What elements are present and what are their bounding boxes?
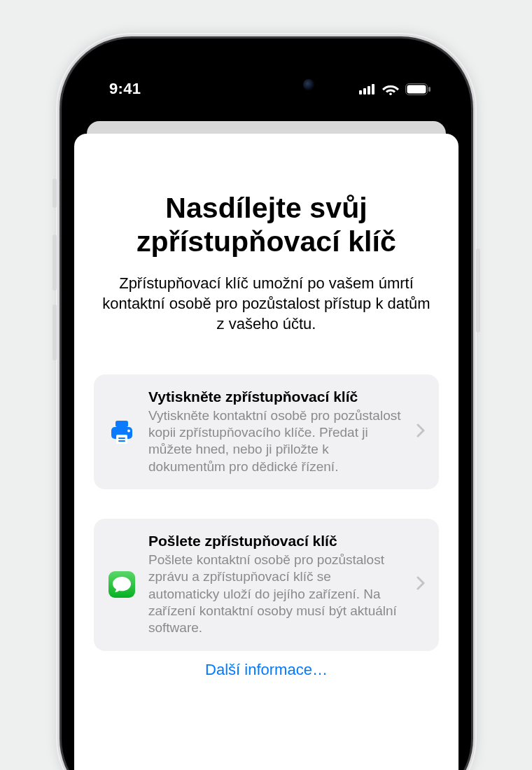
svg-rect-2: [368, 86, 370, 94]
status-icons: [359, 83, 430, 95]
chevron-right-icon: [416, 424, 429, 440]
svg-point-10: [127, 430, 130, 433]
send-access-key-option[interactable]: Pošlete zpřístupňovací klíč Pošlete kont…: [94, 519, 439, 651]
wifi-icon: [382, 83, 399, 95]
silent-switch: [52, 178, 57, 208]
more-info-link[interactable]: Další informace…: [94, 661, 439, 679]
dynamic-island: [206, 68, 327, 102]
send-option-title: Pošlete zpřístupňovací klíč: [148, 533, 404, 550]
status-time: 9:41: [109, 80, 141, 98]
svg-rect-8: [115, 421, 128, 427]
phone-frame: 9:41: [62, 38, 471, 770]
svg-rect-6: [407, 85, 426, 93]
print-access-key-option[interactable]: Vytiskněte zpřístupňovací klíč Vytisknět…: [94, 374, 439, 489]
screen: 9:41: [74, 51, 458, 770]
cellular-icon: [359, 84, 376, 94]
power-button: [476, 248, 480, 332]
chevron-right-icon: [416, 576, 429, 593]
battery-icon: [405, 83, 430, 95]
svg-rect-0: [359, 90, 362, 94]
volume-up-button: [52, 234, 57, 290]
svg-rect-13: [118, 440, 125, 442]
print-option-title: Vytiskněte zpřístupňovací klíč: [148, 388, 404, 405]
svg-rect-1: [363, 88, 366, 94]
printer-icon: [108, 418, 136, 446]
volume-down-button: [52, 304, 57, 360]
svg-rect-11: [116, 435, 127, 444]
svg-rect-7: [428, 87, 430, 92]
page-title: Nasdílejte svůj zpřístupňovací klíč: [94, 191, 439, 259]
page-description: Zpřístupňovací klíč umožní po vašem úmrt…: [97, 273, 436, 334]
front-camera-icon: [303, 79, 314, 90]
messages-icon: [108, 570, 136, 598]
svg-rect-3: [372, 84, 374, 94]
svg-point-4: [389, 92, 392, 95]
svg-rect-12: [118, 438, 125, 439]
share-access-key-sheet: Nasdílejte svůj zpřístupňovací klíč Zpří…: [74, 134, 458, 770]
send-option-text: Pošlete kontaktní osobě pro pozůstalost …: [148, 552, 404, 637]
print-option-text: Vytiskněte kontaktní osobě pro pozůstalo…: [148, 407, 404, 475]
